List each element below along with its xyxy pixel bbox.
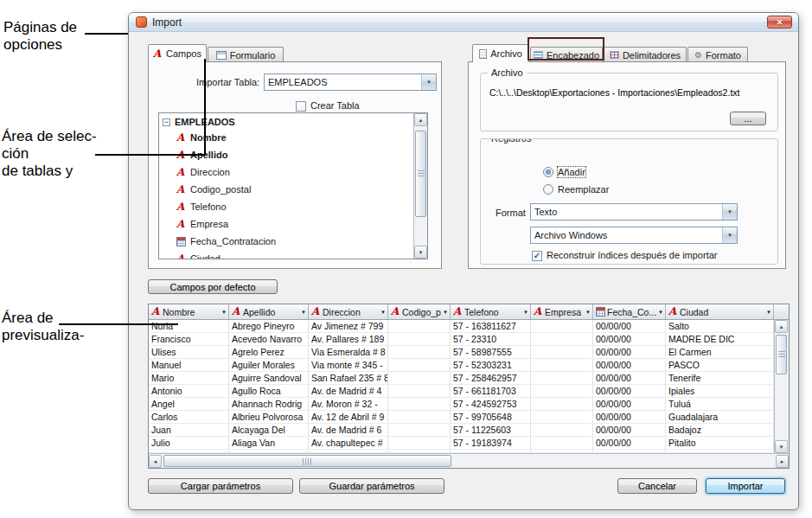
table-cell: Av Jimenez # 799: [309, 320, 388, 332]
default-fields-button[interactable]: Campos por defecto: [148, 279, 278, 294]
table-select-dropdown-button[interactable]: ▼: [421, 74, 436, 90]
tree-scrollbar[interactable]: ▲ ▼: [413, 113, 427, 259]
replace-radio[interactable]: Reemplazar: [543, 184, 609, 195]
table-cell: San Rafael 235 # 8: [309, 372, 388, 384]
collapse-minus-icon[interactable]: −: [163, 118, 170, 126]
load-params-button[interactable]: Cargar parámetros: [148, 478, 293, 494]
table-select[interactable]: EMPLEADOS ▼: [264, 74, 437, 91]
column-dropdown-arrow-icon[interactable]: ▼: [523, 310, 528, 315]
column-header-empresa[interactable]: AEmpresa▼: [531, 304, 593, 319]
titlebar[interactable]: Import ✕: [129, 13, 798, 32]
column-header-ciudad[interactable]: ACiudad▼: [666, 304, 774, 319]
format-label: Format: [496, 208, 526, 218]
column-dropdown-arrow-icon[interactable]: ▼: [443, 310, 448, 315]
column-dropdown-arrow-icon[interactable]: ▼: [658, 310, 663, 315]
append-radio[interactable]: Añadir: [543, 167, 585, 177]
save-params-button[interactable]: Guardar parámetros: [299, 478, 444, 494]
tab-delimitadores[interactable]: Delimitadores: [604, 47, 687, 62]
table-row[interactable]: NuriaAbrego PineyroAv Jimenez # 79957 - …: [149, 320, 774, 333]
tree-item-direccion[interactable]: ADireccion: [159, 163, 427, 181]
table-cell: 00/00/00: [593, 424, 666, 436]
tree-item-telefono[interactable]: ATelefono: [159, 198, 427, 215]
format-select[interactable]: Texto ▼: [530, 203, 738, 221]
column-dropdown-arrow-icon[interactable]: ▼: [380, 310, 386, 315]
table-row[interactable]: UlisesAgrelo PerezVia Esmeralda # 857 - …: [149, 346, 774, 359]
scroll-left-icon[interactable]: ◄: [149, 455, 162, 468]
create-table-checkbox[interactable]: Crear Tabla: [296, 100, 360, 112]
tab-campos[interactable]: A Campos: [148, 44, 207, 62]
column-header-nombre[interactable]: ANombre▼: [149, 304, 229, 319]
column-dropdown-arrow-icon[interactable]: ▼: [585, 310, 591, 315]
table-cell: [666, 450, 774, 452]
file-icon: [479, 49, 487, 59]
scroll-up-icon[interactable]: ▲: [775, 320, 788, 333]
format-select-dropdown-button[interactable]: ▼: [722, 204, 737, 220]
column-header-telefono[interactable]: ATelefono▼: [451, 304, 531, 319]
column-dropdown-arrow-icon[interactable]: ▼: [221, 310, 227, 315]
table-row[interactable]: FranciscoAcevedo NavarroAv. Pallares # 1…: [149, 333, 774, 346]
table-row[interactable]: MarioAguirre SandovalSan Rafael 235 # 85…: [149, 372, 774, 385]
tree-item-empresa[interactable]: AEmpresa: [159, 215, 427, 233]
table-row[interactable]: AngelAhannach RodrigAv. Moron # 32 -57 -…: [149, 398, 774, 411]
window-title: Import: [152, 16, 182, 29]
fields-panel: Importar Tabla: EMPLEADOS ▼ Crear Tabla …: [148, 61, 442, 269]
table-cell: MADRE DE DIC: [666, 333, 774, 345]
table-cell: Manuel: [149, 359, 229, 371]
table-row[interactable]: ManuelAguiler MoralesVia monte # 345 -57…: [149, 359, 774, 372]
encoding-select[interactable]: Archivo Windows ▼: [530, 227, 738, 244]
rebuild-indexes-label: Reconstruir índices después de importar: [547, 250, 724, 261]
table-cell: 00/00/00: [593, 333, 666, 345]
text-field-icon: A: [151, 307, 161, 317]
tree-item-fecha_contratacion[interactable]: Fecha_Contratacion: [159, 233, 427, 250]
checkbox-checked-icon: ✓: [532, 251, 542, 261]
encoding-select-value: Archivo Windows: [531, 227, 722, 243]
table-cell: 57 - 661181703: [451, 385, 531, 397]
browse-button[interactable]: ...: [730, 112, 766, 125]
table-row[interactable]: JulioAliaga VanAv. chapultepec #57 - 191…: [149, 437, 774, 450]
column-header-apellido[interactable]: AApellido▼: [229, 304, 309, 319]
tree-scroll-thumb[interactable]: [415, 131, 426, 217]
tab-archivo[interactable]: Archivo: [472, 44, 529, 62]
scroll-right-icon[interactable]: ►: [776, 455, 789, 468]
scroll-down-icon[interactable]: ▼: [414, 246, 427, 259]
table-cell: 57 - 163811627: [451, 320, 531, 332]
table-cell: 00/00/00: [593, 320, 666, 332]
import-button[interactable]: Importar: [706, 478, 785, 494]
tab-campos-label: Campos: [166, 48, 201, 59]
tree-item-label: Direccion: [190, 167, 230, 177]
table-row[interactable]: AntonioAgullo RocaAv. de Madrid # 457 - …: [149, 385, 774, 398]
records-group-title: Registros: [488, 138, 534, 144]
tree-item-codigo_postal[interactable]: ACodigo_postal: [159, 181, 427, 198]
preview-hscroll-thumb[interactable]: [163, 455, 451, 467]
replace-radio-label: Reemplazar: [558, 184, 609, 195]
table-cell: 57 - 23310: [451, 333, 531, 345]
column-header-codigo-p-[interactable]: ACodigo_p...▼: [388, 304, 451, 319]
cancel-label: Cancelar: [638, 481, 676, 491]
tab-formato[interactable]: ⚙ Formato: [687, 47, 748, 62]
scroll-up-icon[interactable]: ▲: [414, 113, 427, 126]
rebuild-indexes-checkbox[interactable]: ✓ Reconstruir índices después de importa…: [532, 250, 724, 261]
tree-item-ciudad[interactable]: ACiudad: [159, 250, 427, 259]
table-cell: 00/00/00: [593, 372, 666, 384]
scroll-down-icon[interactable]: ▼: [775, 440, 788, 453]
table-cell: Aguiler Morales: [229, 359, 309, 371]
tree-root-item[interactable]: − EMPLEADOS: [159, 113, 427, 129]
text-field-icon: A: [176, 254, 186, 260]
tab-formulario[interactable]: Formulario: [208, 47, 284, 62]
column-dropdown-arrow-icon[interactable]: ▼: [301, 310, 306, 315]
tree-item-nombre[interactable]: ANombre: [159, 129, 427, 146]
preview-horizontal-scrollbar[interactable]: ◄ ►: [149, 453, 789, 468]
preview-vertical-scrollbar[interactable]: ▲ ▼: [774, 320, 789, 453]
encoding-select-dropdown-button[interactable]: ▼: [722, 227, 737, 243]
cancel-button[interactable]: Cancelar: [617, 478, 697, 494]
table-row[interactable]: CarlosAlbrieu PolvorosaAv. 12 de Abril #…: [149, 411, 774, 424]
column-header-fecha-co-[interactable]: Fecha_Co...▼: [593, 304, 666, 319]
text-field-icon: A: [232, 307, 241, 317]
tab-delimitadores-label: Delimitadores: [623, 50, 681, 61]
table-row[interactable]: JuanAlcayaga DelAv. de Madrid # 657 - 11…: [149, 424, 774, 437]
close-button[interactable]: ✕: [767, 16, 792, 29]
column-header-direccion[interactable]: ADireccion▼: [309, 304, 388, 319]
column-dropdown-arrow-icon[interactable]: ▼: [766, 310, 771, 315]
preview-vscroll-thumb[interactable]: [776, 335, 787, 374]
table-cell: [531, 372, 593, 384]
